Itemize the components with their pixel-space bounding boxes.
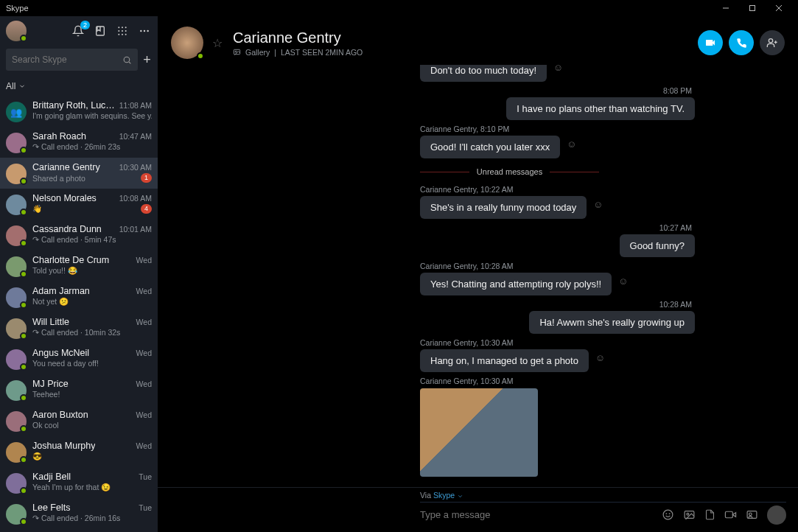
svg-point-24 bbox=[663, 510, 673, 519]
chat-name: Will Little bbox=[32, 317, 69, 327]
svg-point-11 bbox=[118, 34, 119, 35]
chat-avatar bbox=[6, 195, 27, 215]
chat-time: 10:47 AM bbox=[119, 132, 152, 141]
svg-point-10 bbox=[125, 30, 127, 32]
react-icon[interactable]: ☺ bbox=[553, 65, 563, 73]
chat-avatar bbox=[6, 411, 27, 432]
message-bubble[interactable]: Yes! Chatting and attempting roly polys!… bbox=[420, 273, 612, 295]
react-icon[interactable]: ☺ bbox=[618, 276, 628, 287]
contact-avatar[interactable] bbox=[171, 27, 203, 59]
message-incoming: Carianne Gentry, 10:30 AMHang on, I mana… bbox=[420, 338, 702, 372]
self-avatar[interactable] bbox=[6, 21, 27, 41]
minimize-button[interactable] bbox=[713, 0, 739, 16]
message-bubble[interactable]: Good! I'll catch you later xxx☺ bbox=[420, 136, 560, 158]
chat-list-item[interactable]: Adam JarmanWedNot yet 😕 bbox=[0, 281, 158, 312]
chat-avatar bbox=[6, 442, 27, 463]
chat-list: 👥Brittany Roth, Lucy Holcom...11:08 AMI'… bbox=[0, 96, 158, 532]
message-meta: 10:28 AM bbox=[158, 300, 695, 309]
message-bubble[interactable]: Hang on, I managed to get a photo☺ bbox=[420, 349, 589, 372]
message-bubble[interactable]: Don't do too much today!☺ bbox=[420, 65, 547, 82]
emoji-icon[interactable] bbox=[662, 508, 674, 521]
chat-avatar bbox=[6, 133, 27, 153]
image-icon[interactable] bbox=[683, 508, 696, 521]
svg-point-21 bbox=[769, 39, 772, 43]
close-button[interactable] bbox=[766, 0, 792, 16]
svg-point-28 bbox=[687, 513, 689, 515]
message-input[interactable] bbox=[420, 505, 654, 525]
react-icon[interactable]: ☺ bbox=[567, 139, 576, 150]
new-chat-button[interactable]: + bbox=[142, 52, 152, 68]
add-people-button[interactable] bbox=[760, 30, 785, 55]
svg-line-18 bbox=[129, 62, 130, 63]
search-icon bbox=[122, 55, 132, 65]
react-icon[interactable]: ☺ bbox=[593, 199, 603, 210]
chat-time: Wed bbox=[136, 441, 152, 450]
chat-list-item[interactable]: 👥Brittany Roth, Lucy Holcom...11:08 AMI'… bbox=[0, 96, 158, 127]
attach-file-icon[interactable] bbox=[704, 508, 715, 521]
svg-point-17 bbox=[124, 57, 130, 63]
chevron-down-icon bbox=[18, 83, 26, 90]
chat-name: Joshua Murphy bbox=[32, 441, 95, 451]
video-message-icon[interactable] bbox=[724, 508, 737, 521]
filter-dropdown[interactable]: All bbox=[0, 77, 158, 96]
chat-list-item[interactable]: Charlotte De CrumWedTold you!! 😂 bbox=[0, 251, 158, 281]
more-icon[interactable] bbox=[137, 24, 152, 38]
chat-name: Angus McNeil bbox=[32, 348, 89, 358]
maximize-button[interactable] bbox=[739, 0, 766, 16]
chat-list-item[interactable]: MJ PriceWedTeehee! bbox=[0, 374, 158, 405]
message-bubble[interactable]: Good funny? bbox=[620, 234, 695, 257]
last-seen-label: LAST SEEN 2MIN AGO bbox=[281, 48, 363, 57]
chat-list-item[interactable]: Cassandra Dunn10:01 AM↷ Call ended · 5mi… bbox=[0, 220, 158, 251]
window-title: Skype bbox=[6, 4, 29, 13]
message-bubble[interactable]: She's in a really funny mood today☺ bbox=[420, 196, 587, 219]
chat-list-item[interactable]: Angus McNeilWedYou need a day off! bbox=[0, 343, 158, 374]
chat-avatar bbox=[6, 473, 27, 494]
sidebar: 2 + All 👥Brittany Roth, Lucy Holcom...11… bbox=[0, 16, 158, 532]
photo-attachment[interactable] bbox=[420, 388, 538, 477]
svg-rect-1 bbox=[750, 6, 755, 11]
chat-name: Carianne Gentry bbox=[32, 162, 100, 172]
chat-time: 10:08 AM bbox=[119, 194, 152, 203]
notifications-icon[interactable]: 2 bbox=[71, 24, 85, 38]
chat-time: 10:01 AM bbox=[119, 225, 152, 234]
svg-point-16 bbox=[147, 30, 148, 32]
chat-list-item[interactable]: Sarah Roach10:47 AM↷ Call ended · 26min … bbox=[0, 127, 158, 158]
video-call-button[interactable] bbox=[698, 30, 723, 55]
chat-list-item[interactable]: Nelson Morales10:08 AM👋4 bbox=[0, 189, 158, 220]
composer: Via Skype bbox=[158, 487, 798, 532]
message-incoming: Carianne Gentry, 10:28 AMYes! Chatting a… bbox=[420, 262, 702, 295]
chat-list-item[interactable]: Carianne Gentry10:30 AMShared a photo1 bbox=[0, 158, 158, 189]
chat-list-item[interactable]: Lee FeltsTue↷ Call ended · 26min 16s bbox=[0, 498, 158, 529]
svg-point-25 bbox=[666, 514, 667, 514]
dialpad-icon[interactable] bbox=[115, 24, 130, 38]
svg-point-8 bbox=[118, 30, 119, 32]
message-bubble[interactable]: Ha! Awwm she's really growing up bbox=[529, 311, 695, 334]
unread-divider-label: Unread messages bbox=[477, 167, 542, 176]
chat-list-item[interactable]: Will LittleWed↷ Call ended · 10min 32s bbox=[0, 312, 158, 343]
favorite-star-icon[interactable]: ☆ bbox=[212, 36, 223, 50]
svg-point-13 bbox=[125, 34, 127, 35]
search-box[interactable] bbox=[6, 49, 138, 71]
message-bubble[interactable]: I have no plans other than watching TV. bbox=[506, 97, 695, 120]
chat-list-item[interactable]: Aaron BuxtonWedOk cool bbox=[0, 405, 158, 436]
bookmarks-icon[interactable] bbox=[93, 24, 108, 38]
send-avatar[interactable] bbox=[767, 505, 786, 525]
gallery-link[interactable]: Gallery bbox=[245, 48, 270, 57]
chat-name: Charlotte De Crum bbox=[32, 255, 109, 265]
unread-divider: Unread messages bbox=[420, 167, 599, 176]
message-pane: Carianne Gentry, 8:08 PMDon't do too muc… bbox=[158, 65, 798, 487]
chat-list-item[interactable]: Joshua MurphyWed😎 bbox=[0, 436, 158, 467]
chat-preview: Not yet 😕 bbox=[32, 297, 152, 307]
chat-time: Wed bbox=[136, 349, 152, 357]
chat-time: Wed bbox=[136, 379, 152, 388]
chat-preview: ↷ Call ended · 10min 32s bbox=[32, 328, 152, 337]
contact-card-icon[interactable] bbox=[746, 508, 758, 521]
audio-call-button[interactable] bbox=[729, 30, 754, 55]
search-input[interactable] bbox=[12, 55, 122, 65]
react-icon[interactable]: ☺ bbox=[595, 352, 605, 363]
chat-list-item[interactable]: 🎂Hilary's BirthdayTueWe should do fancy … bbox=[0, 529, 158, 532]
via-skype-link[interactable]: Skype bbox=[433, 491, 455, 500]
chat-preview: ↷ Call ended · 5min 47s bbox=[32, 235, 152, 244]
chat-name: Kadji Bell bbox=[32, 472, 71, 482]
chat-list-item[interactable]: Kadji BellTueYeah I'm up for that 😉 bbox=[0, 467, 158, 498]
